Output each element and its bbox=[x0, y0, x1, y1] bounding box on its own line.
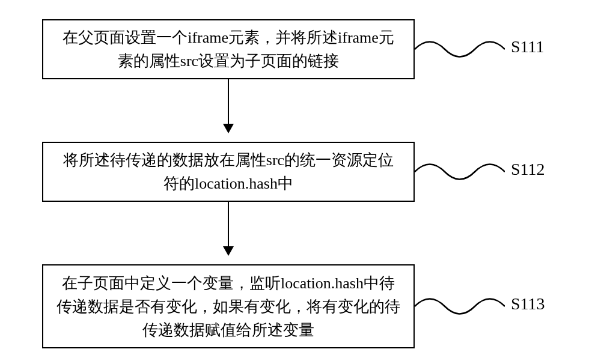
arrow-2-to-3 bbox=[228, 202, 229, 255]
step-box-3: 在子页面中定义一个变量，监听location.hash中待传递数据是否有变化，如… bbox=[42, 264, 415, 348]
step-box-1: 在父页面设置一个iframe元素，并将所述iframe元素的属性src设置为子页… bbox=[42, 19, 415, 79]
step-text-3: 在子页面中定义一个变量，监听location.hash中待传递数据是否有变化，如… bbox=[55, 271, 401, 342]
wave-connector-icon bbox=[415, 154, 505, 190]
wave-connector-icon bbox=[415, 31, 505, 67]
arrow-1-to-2 bbox=[228, 79, 229, 132]
step-box-2: 将所述待传递的数据放在属性src的统一资源定位符的location.hash中 bbox=[42, 142, 415, 202]
flowchart-diagram: 在父页面设置一个iframe元素，并将所述iframe元素的属性src设置为子页… bbox=[0, 0, 601, 364]
step-label-1: S111 bbox=[511, 37, 545, 56]
step-label-3: S113 bbox=[511, 294, 545, 314]
step-text-2: 将所述待传递的数据放在属性src的统一资源定位符的location.hash中 bbox=[55, 148, 401, 195]
step-label-2: S112 bbox=[511, 160, 545, 179]
step-text-1: 在父页面设置一个iframe元素，并将所述iframe元素的属性src设置为子页… bbox=[55, 26, 401, 73]
wave-connector-icon bbox=[415, 288, 505, 324]
